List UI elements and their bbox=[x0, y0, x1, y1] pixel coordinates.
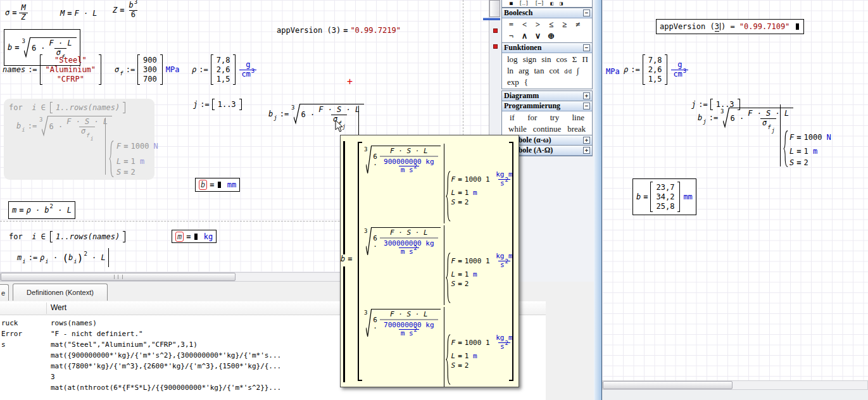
piecewise-icon[interactable]: { bbox=[522, 77, 531, 88]
table-cell-value[interactable]: mat({7800*'kg}/{'m^3},{2600*'kg}/{'m^3},… bbox=[51, 362, 281, 370]
formula-j-definition[interactable]: j:= 1..3 bbox=[193, 99, 242, 110]
table-cell-value[interactable]: mat("Steel","Aluminium","CFRP",3,1) bbox=[51, 341, 198, 349]
for-head-2[interactable]: for i ∈ 1..rows(names) bbox=[9, 231, 125, 242]
formula-names-definition[interactable]: names:= "Steel" "Aluminium" "CFRP" bbox=[3, 54, 101, 85]
not-button[interactable]: ¬ bbox=[505, 30, 518, 42]
table-cell-value[interactable]: mat({900000000*'kg}/{'m*'s^2},{300000000… bbox=[51, 351, 281, 359]
line-button[interactable]: line bbox=[569, 112, 587, 123]
table-row[interactable]: Error bbox=[1, 330, 22, 338]
and-button[interactable]: ∧ bbox=[518, 30, 531, 42]
brace-icon bbox=[446, 171, 451, 222]
tooltip-term: 36 ·F · S · L700000000 kgm s2 F=1000 1 k… bbox=[364, 307, 507, 387]
log-button[interactable]: log bbox=[505, 54, 520, 65]
right-horizontal-scrollbar[interactable] bbox=[602, 380, 868, 390]
formula-rho-definition-right[interactable]: ρ:= 7,8 2,6 1,5 gcm3 bbox=[624, 54, 688, 85]
palette-programmierung: Programmierung − if for try line while c… bbox=[501, 101, 593, 136]
column-divider[interactable] bbox=[46, 303, 47, 314]
matrix-range-icon[interactable]: [‥] bbox=[519, 1, 529, 6]
formula-b-j-right[interactable]: bj:= 36 ·F · S · Lσfj bbox=[698, 108, 793, 128]
ln-button[interactable]: ln bbox=[505, 65, 516, 77]
error-variable: b bbox=[199, 180, 207, 190]
substitution-bar bbox=[105, 118, 106, 175]
palette-title-bar[interactable]: Programmierung − bbox=[502, 101, 592, 111]
product-icon[interactable]: Π bbox=[579, 54, 590, 65]
table-cell-value[interactable]: mat(at(nthroot(6*{F*S*L}/{{900000000*'kg… bbox=[51, 384, 281, 392]
table-row[interactable]: s bbox=[1, 341, 6, 349]
for-loop-block-b[interactable]: for i ∈ 1..rows(names) bi:= 36 ·F · S · … bbox=[4, 99, 154, 180]
not-equal-button[interactable]: ≠ bbox=[571, 19, 584, 30]
arg-button[interactable]: arg bbox=[516, 65, 531, 77]
collapse-button[interactable]: − bbox=[583, 44, 590, 51]
table-cell-value[interactable]: 3 bbox=[51, 373, 55, 381]
table-cell-value[interactable]: rows(names) bbox=[51, 319, 97, 327]
scrollbar-thumb[interactable] bbox=[603, 381, 733, 389]
cot-button[interactable]: cot bbox=[546, 65, 562, 77]
subst-s: S=2 bbox=[789, 158, 808, 167]
sign-button[interactable]: sign bbox=[520, 54, 539, 65]
less-equal-button[interactable]: ≤ bbox=[544, 19, 558, 30]
unit-mpa: MPa bbox=[606, 67, 620, 76]
scrollbar-thumb[interactable] bbox=[1, 273, 236, 281]
formula-appversion-right-box[interactable]: appVersion (3) = "0.99.7109" bbox=[656, 19, 804, 34]
tab-definitionen-kontext[interactable]: Definitionen (Kontext) bbox=[13, 284, 108, 301]
continue-button[interactable]: continue bbox=[531, 123, 564, 135]
greater-equal-button[interactable]: ≥ bbox=[558, 19, 571, 30]
augment-icon[interactable]: ◨ bbox=[560, 1, 563, 6]
result-b-matrix-box[interactable]: b= 23,7 34,2 25,8 mm bbox=[632, 178, 696, 215]
brace-icon bbox=[783, 130, 788, 167]
expand-button[interactable]: + bbox=[583, 92, 590, 99]
palette-title-bar[interactable]: Funktionen − bbox=[502, 43, 592, 53]
equal-button[interactable]: = bbox=[505, 19, 518, 30]
formula-z-eq[interactable]: Z= b36 bbox=[113, 1, 139, 20]
collapse-button[interactable]: − bbox=[583, 103, 590, 109]
xor-button[interactable]: ⊕ bbox=[544, 30, 558, 42]
cos-button[interactable]: cos bbox=[553, 54, 569, 65]
formula-sigmaf-definition[interactable]: σf:= 900 300 700 MPa bbox=[115, 54, 179, 85]
formula-sigma-eq[interactable]: σ= MZ bbox=[5, 4, 28, 22]
matrix-icon[interactable]: ■ bbox=[510, 1, 513, 6]
or-button[interactable]: ∨ bbox=[531, 30, 544, 42]
if-button[interactable]: if bbox=[507, 112, 517, 123]
formula-b-j-left[interactable]: bj:= 36 ·F · S · Lσfj bbox=[268, 104, 364, 125]
integral-icon[interactable]: ∫ bbox=[574, 65, 582, 77]
collapse-button[interactable]: − bbox=[583, 9, 590, 16]
smath-window: σ= MZ M=F · L Z= b36 b= 36 ·F · Lσf name… bbox=[0, 0, 868, 400]
expand-button[interactable]: + bbox=[583, 147, 590, 154]
subst-l: L=1 m bbox=[116, 157, 144, 166]
less-than-button[interactable]: < bbox=[518, 19, 531, 30]
matrizen-palette-partial: ■ [‥] [⋯] ◧ ◨ bbox=[501, 0, 593, 8]
formula-rho-definition[interactable]: ρ:= 7,8 2,6 1,5 gcm3 bbox=[192, 54, 256, 85]
table-row[interactable]: ruck bbox=[1, 319, 18, 327]
red-marker bbox=[493, 44, 498, 49]
derivative-icon[interactable]: d∕d bbox=[562, 67, 574, 75]
try-button[interactable]: try bbox=[548, 112, 562, 123]
scrollbar-thumb[interactable] bbox=[489, 0, 500, 17]
tab-previous[interactable]: e bbox=[0, 284, 9, 301]
window-splitter[interactable] bbox=[594, 0, 602, 400]
table-cell-value[interactable]: "F - nicht definiert." bbox=[51, 330, 143, 338]
sin-button[interactable]: sin bbox=[539, 54, 553, 65]
matrix-row-icon[interactable]: [⋯] bbox=[535, 1, 544, 6]
formula-m-i[interactable]: mi:= ρi · (bi)2 · L bbox=[17, 248, 106, 267]
split-indicator-line[interactable] bbox=[483, 18, 500, 20]
formula-moment-eq[interactable]: M=F · L bbox=[60, 9, 97, 18]
break-button[interactable]: break bbox=[565, 123, 588, 135]
result-b-error-box[interactable]: b= mm bbox=[195, 178, 240, 192]
brace-icon bbox=[446, 334, 451, 385]
text-caret bbox=[720, 23, 720, 30]
while-button[interactable]: while bbox=[506, 123, 529, 135]
formula-mass-eq-box[interactable]: m=ρ · b2 · L bbox=[8, 201, 75, 219]
palette-title-bar[interactable]: Boolesch − bbox=[502, 8, 592, 18]
expand-button[interactable]: + bbox=[583, 137, 590, 144]
sum-icon[interactable]: Σ bbox=[570, 54, 580, 65]
greater-than-button[interactable]: > bbox=[531, 19, 544, 30]
substitution-bar bbox=[108, 248, 109, 267]
exp-button[interactable]: exp bbox=[505, 77, 522, 88]
tan-button[interactable]: tan bbox=[532, 65, 547, 77]
palette-title-bar[interactable]: Diagramm + bbox=[502, 91, 592, 101]
result-m-error-box[interactable]: m= kg bbox=[172, 230, 217, 243]
for-button[interactable]: for bbox=[525, 112, 539, 123]
worksheet-right[interactable]: appVersion (3) = "0.99.7109" MPa ρ:= 7,8… bbox=[602, 0, 868, 380]
submatrix-icon[interactable]: ◧ bbox=[550, 1, 553, 6]
formula-appversion-left[interactable]: appVersion (3)="0.99.7219" bbox=[277, 26, 401, 35]
